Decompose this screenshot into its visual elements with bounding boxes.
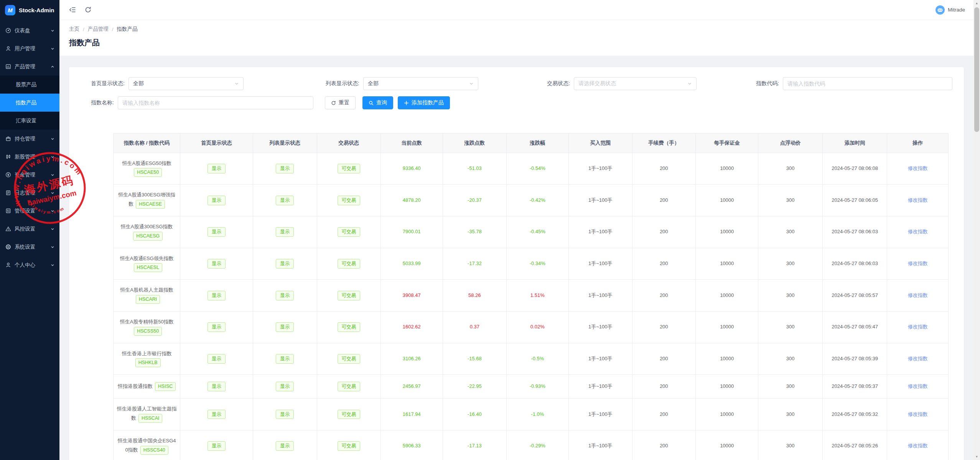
content-area: 首页显示状态: 全部 列表显示状态: 全部 xyxy=(59,56,973,460)
point-float-price: 300 xyxy=(786,324,795,330)
search-button[interactable]: 查询 xyxy=(362,96,393,109)
sidebar-subitem-stock-products[interactable]: 股票产品 xyxy=(0,76,59,94)
index-code-badge: HSCAESG xyxy=(133,232,163,241)
chevron-down-icon xyxy=(51,263,54,267)
column-header: 列表显示状态 xyxy=(253,134,317,153)
buy-range: 1手~100手 xyxy=(588,411,613,417)
buy-range: 1手~100手 xyxy=(588,324,613,330)
buy-range: 1手~100手 xyxy=(588,197,613,203)
edit-index-link[interactable]: 修改指数 xyxy=(908,197,928,203)
change-points: -20.37 xyxy=(468,197,482,203)
breadcrumb-home[interactable]: 主页 xyxy=(69,26,79,33)
edit-index-link[interactable]: 修改指数 xyxy=(908,411,928,417)
column-header: 首页显示状态 xyxy=(180,134,253,153)
index-code-input[interactable] xyxy=(783,77,952,90)
sidebar-item-profile[interactable]: 个人中心 xyxy=(0,256,59,274)
chevron-down-icon xyxy=(51,245,54,249)
edit-index-link[interactable]: 修改指数 xyxy=(908,356,928,361)
sidebar-item-admin-settings[interactable]: 管理设置 xyxy=(0,202,59,220)
breadcrumb-current: 指数产品 xyxy=(117,26,138,33)
sidebar-submenu: 股票产品指数产品汇率设置 xyxy=(0,76,59,130)
change-percent: -0.54% xyxy=(530,165,545,171)
index-code-badge: HSCAESE xyxy=(136,200,165,209)
trade-status-select[interactable]: 请选择交易状态 xyxy=(574,77,697,90)
fee-per-lot: 200 xyxy=(660,197,668,203)
buy-range: 1手~100手 xyxy=(588,443,613,448)
chevron-down-icon xyxy=(51,47,54,51)
home-status-label: 首页显示状态: xyxy=(91,80,125,87)
breadcrumb-section[interactable]: 产品管理 xyxy=(88,26,109,33)
trade-status-badge: 可交易 xyxy=(338,227,361,237)
refresh-icon[interactable] xyxy=(84,6,92,13)
current-points: 2456.97 xyxy=(403,383,421,389)
vertical-scrollbar-thumb[interactable] xyxy=(974,7,979,132)
added-time: 2024-05-27 08:05:37 xyxy=(832,383,878,389)
change-percent: -0.34% xyxy=(530,261,545,266)
chevron-down-icon xyxy=(51,173,54,177)
sidebar-item-user-mgmt[interactable]: 用户管理 xyxy=(0,40,59,58)
sidebar-item-label: 仪表盘 xyxy=(15,27,51,34)
point-float-price: 300 xyxy=(786,292,795,298)
index-name-input[interactable] xyxy=(118,96,313,109)
margin-per-lot: 10000 xyxy=(720,261,734,266)
sidebar-subitem-rate-settings[interactable]: 汇率设置 xyxy=(0,112,59,130)
edit-index-link[interactable]: 修改指数 xyxy=(908,324,928,330)
change-percent: -0.93% xyxy=(530,383,545,389)
sidebar-item-funds-mgmt[interactable]: 资金管理 xyxy=(0,166,59,184)
table-header-row: 指数名称 / 指数代码首页显示状态列表显示状态交易状态当前点数涨跌点数涨跌幅买入… xyxy=(114,134,949,153)
table-row: 恒生A股机器人主题指数HSCARI显示显示可交易3908.4758.261.51… xyxy=(114,280,949,312)
buy-range: 1手~100手 xyxy=(588,229,613,234)
sidebar-subitem-index-products[interactable]: 指数产品 xyxy=(0,94,59,112)
edit-index-link[interactable]: 修改指数 xyxy=(908,229,928,234)
reset-button[interactable]: 重置 xyxy=(325,96,356,109)
sidebar-item-system-settings[interactable]: 系统设置 xyxy=(0,238,59,256)
sidebar-item-label: 产品管理 xyxy=(15,63,51,70)
current-points: 5033.99 xyxy=(403,261,421,266)
column-header: 买入范围 xyxy=(569,134,632,153)
scroll-up-icon[interactable]: ▲ xyxy=(973,0,980,7)
sidebar-item-label: 新股管理 xyxy=(15,153,51,160)
list-status-label: 列表显示状态: xyxy=(326,80,359,87)
index-code-badge: HSISC xyxy=(155,382,176,391)
index-name: 恒生A股通300ESG指数 xyxy=(121,224,173,229)
sidebar-item-product-mgmt[interactable]: 产品管理 xyxy=(0,58,59,76)
app-title: Stock-Admin xyxy=(19,7,54,13)
user-menu[interactable]: Mitrade xyxy=(936,5,965,15)
list-status-badge: 显示 xyxy=(276,291,294,300)
scroll-down-icon[interactable]: ▼ xyxy=(973,453,980,460)
column-header: 每手保证金 xyxy=(695,134,758,153)
list-status-select[interactable]: 全部 xyxy=(363,77,478,90)
app-logo: M Stock-Admin xyxy=(0,0,59,20)
margin-per-lot: 10000 xyxy=(720,383,734,389)
added-time: 2024-05-27 08:05:57 xyxy=(832,292,878,298)
added-time: 2024-05-27 08:06:08 xyxy=(832,165,878,171)
sidebar-item-log-mgmt[interactable]: 日志管理 xyxy=(0,184,59,202)
sidebar-item-position-mgmt[interactable]: 持仓管理 xyxy=(0,130,59,148)
buy-range: 1手~100手 xyxy=(588,292,613,298)
sidebar-item-ipo-mgmt[interactable]: 新股管理 xyxy=(0,148,59,166)
index-code-label: 指数代码: xyxy=(756,80,779,87)
margin-per-lot: 10000 xyxy=(720,356,734,361)
index-code-badge: HSSCS40 xyxy=(140,446,168,455)
edit-index-link[interactable]: 修改指数 xyxy=(908,443,928,448)
collapse-sidebar-icon[interactable] xyxy=(69,6,76,13)
current-points: 1617.94 xyxy=(403,411,421,417)
breadcrumb-separator: / xyxy=(83,26,84,32)
home-status-select[interactable]: 全部 xyxy=(128,77,244,90)
chevron-down-icon xyxy=(51,155,54,159)
edit-index-link[interactable]: 修改指数 xyxy=(908,165,928,171)
added-time: 2024-05-27 08:06:03 xyxy=(832,261,878,266)
edit-index-link[interactable]: 修改指数 xyxy=(908,292,928,298)
trade-status-badge: 可交易 xyxy=(338,441,361,451)
index-name: 恒生A股通ESG领先指数 xyxy=(120,256,174,261)
index-name: 恒生A股机器人主题指数 xyxy=(120,287,173,293)
sidebar-item-dashboard[interactable]: 仪表盘 xyxy=(0,21,59,40)
edit-index-link[interactable]: 修改指数 xyxy=(908,261,928,266)
index-products-table: 指数名称 / 指数代码首页显示状态列表显示状态交易状态当前点数涨跌点数涨跌幅买入… xyxy=(113,133,949,460)
edit-index-link[interactable]: 修改指数 xyxy=(908,383,928,389)
home-status-badge: 显示 xyxy=(208,196,226,205)
ipo-icon xyxy=(5,154,11,160)
add-index-product-button[interactable]: 添加指数产品 xyxy=(398,96,450,109)
trade-status-badge: 可交易 xyxy=(338,259,361,269)
sidebar-item-risk-settings[interactable]: 风控设置 xyxy=(0,220,59,238)
